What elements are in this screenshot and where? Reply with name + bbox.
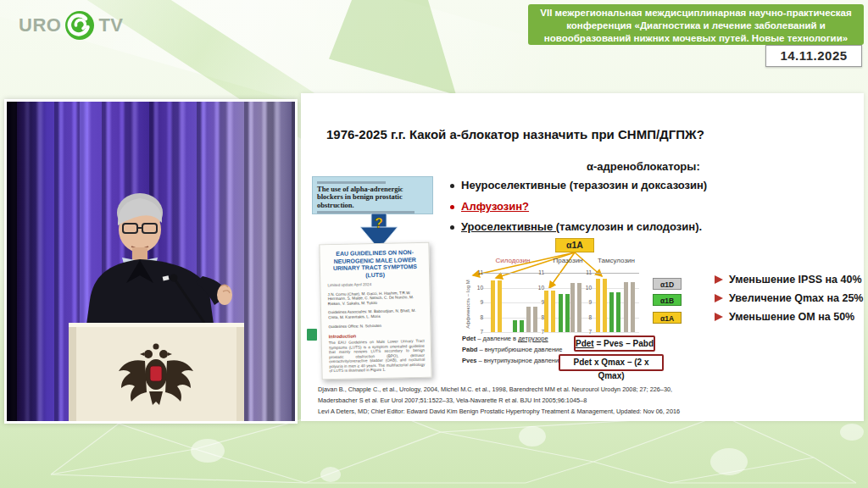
banner-line: конференция «Диагностика и лечение забол… (528, 19, 864, 32)
question-mark: ? (375, 216, 383, 230)
bullet-nonselective: Неуроселективные (теразозин и доксазозин… (450, 179, 707, 191)
eau-update-note: Limited update April 2024 (327, 281, 423, 288)
tick-label: 10 (474, 285, 483, 291)
tick-label: 10 (582, 285, 592, 291)
reference-line: Djavan B., Chapple C., et al., Urology, … (318, 385, 848, 395)
pressure-def-pdet: Pdet – давление в детрузоре (462, 335, 548, 342)
eau-section-heading: Introduction (329, 332, 425, 339)
tick-label: 7 (535, 329, 544, 335)
speaker-video (4, 99, 298, 424)
tick-label: 8 (582, 314, 592, 320)
reference-line: Levi A Deters, MD; Chief Editor: Edward … (318, 407, 848, 417)
date-badge: 14.11.2025 (765, 45, 862, 67)
tick-label: 7 (474, 329, 483, 335)
eau-body-text: The EAU Guidelines on Male Lower Urinary… (329, 339, 426, 374)
tick-label: 8 (474, 314, 483, 320)
category-label: Тамсулозин (593, 257, 639, 264)
legend-α1B: α1B (653, 294, 682, 306)
finding-text: Уменьшение ОМ на 50% (729, 311, 854, 323)
eau-title: EAU GUIDELINES ON NON-NEUROGENIC MALE LO… (327, 249, 424, 280)
bar-α1B-Тамсулозин (609, 292, 620, 332)
bullet-text: Неуроселективные (теразозин и доксазозин… (461, 179, 707, 191)
article-title: The use of alpha-adrenergic blockers in … (317, 186, 428, 210)
bullet-uroselective: Уроселективные (тамсулозин и силодозин). (450, 220, 702, 233)
bullet-dot (450, 225, 454, 230)
formula-pdet: Pdet = Pves – Pabd (574, 336, 655, 352)
tick-label: 7 (582, 329, 592, 335)
uro-tv-logo: URO TV (19, 8, 124, 42)
reference-line: Madersbacher S et al. Eur Urol 2007;51:1… (318, 396, 848, 406)
speaker (86, 193, 232, 324)
eau-associates: Guidelines Associates: M. Baboudjian, N.… (328, 308, 424, 320)
tick-label: 11 (582, 269, 592, 275)
bar-α1B-Празозин (559, 294, 570, 333)
bullet-text: Уроселективные (тамсулозин и силодозин). (461, 220, 702, 233)
bar-α1A-Силодозин (491, 280, 502, 332)
banner-line: VII межрегиональная междисциплинарная на… (528, 7, 864, 19)
tick-label: 9 (582, 299, 592, 305)
uro-tv-logo-icon (63, 8, 97, 42)
logo-text-tv: TV (98, 14, 123, 36)
gridline (591, 332, 639, 333)
logo-text-uro: URO (19, 14, 61, 36)
finding-text: Уменьшение IPSS на 40% (729, 274, 862, 286)
category-label: Празозин (546, 257, 590, 264)
formula-qmax: Pdet x Qmax – (2 x Qmax) (559, 354, 664, 371)
tick-label: 8 (535, 314, 544, 320)
background-triangle (329, 0, 456, 95)
conference-banner: VII межрегиональная междисциплинарная на… (528, 4, 864, 45)
pressure-def-pves: Pves – внутрипузырное давление (462, 357, 562, 364)
gridline (482, 332, 541, 333)
legend-α1A: α1A (653, 312, 682, 324)
arrow-bullet-icon (715, 275, 723, 284)
eau-office: Guidelines Office: N. Schouten (328, 322, 424, 329)
arrow-bullet-icon (715, 313, 723, 321)
tick-label: 11 (474, 269, 483, 275)
finding-om: Уменьшение ОМ на 50% (715, 311, 854, 323)
finding-ipss: Уменьшение IPSS на 40% (715, 274, 862, 286)
presentation-slide: 1976-2025 г.г. Какой а-блокатор назначит… (301, 93, 864, 421)
finding-qmax: Увеличение Qmax на 25% (715, 292, 863, 304)
finding-text: Увеличение Qmax на 25% (729, 292, 863, 304)
broadcast-frame: URO TV VII межрегиональная междисциплина… (0, 0, 868, 488)
bullet-dot (450, 184, 454, 188)
pressure-def-pabd: Pabd – внутрибрюшное давление (462, 346, 562, 353)
eau-guidelines-card: EAU GUIDELINES ON NON-NEUROGENIC MALE LO… (319, 242, 431, 380)
category-label: Силодозин (485, 257, 541, 264)
tick-label: 9 (535, 299, 544, 305)
bar-α1A-Празозин (544, 291, 555, 332)
article-meta-line (317, 181, 386, 184)
bar-α1D-Празозин (570, 283, 581, 332)
slide-title: 1976-2025 г.г. Какой а-блокатор назначит… (326, 127, 835, 141)
tick-label: 11 (535, 269, 544, 275)
tick-label: 10 (535, 285, 544, 291)
eau-authors: J.N. Cornu (Chair), M. Gacci, H. Hashim,… (328, 290, 424, 306)
gridline (591, 273, 639, 274)
bar-α1A-Тамсулозин (596, 279, 607, 332)
green-bookmark-tab (307, 329, 317, 341)
bar-α1B-Силодозин (513, 320, 524, 332)
curtain-shadow (7, 102, 17, 421)
arrow-bullet-icon (715, 294, 723, 302)
bullet-text: Алфузозин? (461, 200, 529, 213)
legend-α1D: α1D (653, 278, 682, 290)
banner-line: новообразований нижних мочевых путей. Но… (528, 32, 864, 45)
slide-subtitle: α-адреноблокаторы: (587, 160, 700, 173)
bullet-alfuzosin: Алфузозин? (450, 200, 529, 213)
bar-α1D-Тамсулозин (624, 282, 635, 333)
speaker-scene (7, 102, 295, 421)
tick-label: 9 (474, 299, 483, 305)
article-thumbnail: The use of alpha-adrenergic blockers in … (312, 176, 433, 214)
bullet-dot (450, 205, 454, 209)
gridline (482, 273, 541, 274)
